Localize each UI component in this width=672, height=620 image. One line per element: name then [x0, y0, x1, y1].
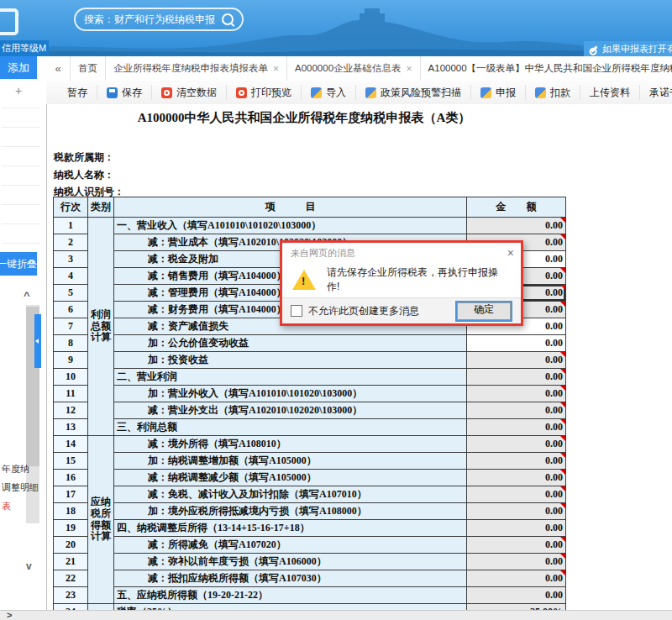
tree-item-fragment[interactable]: 年度纳	[2, 463, 44, 476]
pencil-icon	[365, 87, 376, 98]
table-header-row: 行次 类别 项 目 金 额	[54, 197, 566, 218]
table-row: 21减：弥补以前年度亏损（填写A106000）0.00	[54, 554, 566, 570]
report-help-link[interactable]: 如果申报表打开有	[584, 41, 672, 57]
tree-item-fragment[interactable]: 表	[2, 500, 44, 512]
toolbar-button-label: 申报	[496, 86, 516, 100]
tab-label: 首页	[78, 62, 97, 75]
amount-cell[interactable]: 0.00	[467, 503, 566, 520]
amount-cell[interactable]: 0.00	[467, 486, 566, 503]
add-button[interactable]: 添加	[0, 56, 37, 79]
row-number-cell: 13	[54, 419, 88, 436]
row-number-cell: 6	[54, 302, 88, 318]
divider	[2, 166, 40, 166]
amount-cell[interactable]: 0.00	[467, 537, 566, 554]
amount-cell[interactable]: 0.00	[467, 402, 566, 419]
panel-splitter-handle[interactable]	[34, 314, 41, 368]
divider	[2, 223, 40, 224]
row-number-cell: 3	[54, 251, 88, 268]
toolbar-button-label: 政策风险预警扫描	[381, 86, 461, 100]
toolbar-button-6[interactable]: 申报	[471, 85, 526, 100]
scroll-right-icon[interactable]: >	[7, 610, 12, 620]
cell-link-marker	[560, 352, 565, 357]
scroll-down-icon[interactable]: v	[26, 560, 32, 572]
amount-cell[interactable]: 0.00	[467, 436, 566, 453]
amount-cell[interactable]: 0.00	[467, 335, 566, 352]
amount-cell[interactable]: 0.00	[467, 369, 566, 386]
close-icon[interactable]: ×	[507, 247, 514, 259]
form-title: A100000中华人民共和国企业所得税年度纳税申报表（A类）	[53, 110, 555, 126]
amount-cell[interactable]: 0.00	[467, 419, 566, 436]
amount-cell[interactable]: 0.00	[467, 218, 566, 234]
amount-cell[interactable]: 0.00	[467, 386, 566, 402]
collapse-all-button[interactable]: 一键折叠	[0, 252, 37, 276]
cell-link-marker	[560, 419, 565, 424]
toolbar-button-label: 上传资料	[590, 86, 630, 100]
amount-cell[interactable]: 0.00	[467, 470, 566, 486]
cell-link-marker	[560, 503, 565, 508]
col-header-category: 类别	[88, 197, 114, 218]
toolbar-button-label: 暂存	[67, 86, 87, 100]
table-row: 11加：营业外收入（填写A101010\101020\103000）0.00	[54, 386, 566, 402]
toolbar-button-9[interactable]: 承诺书打印	[640, 85, 672, 100]
tab-label: A100000【一级表单】中华人民共和国企业所得税年度纳税申报表（A类）	[428, 62, 672, 75]
cell-link-marker	[560, 486, 565, 491]
ok-button[interactable]: 确定	[455, 301, 512, 322]
toolbar-button-label: 清空数据	[176, 86, 217, 100]
search-icon[interactable]	[222, 13, 234, 25]
row-number-cell: 10	[54, 369, 88, 386]
cell-link-marker	[560, 386, 565, 391]
tab-2[interactable]: A000000企业基础信息表×	[287, 56, 421, 81]
table-row: 23五、应纳税所得额（19-20-21-22）0.00	[54, 587, 566, 604]
search-box[interactable]: 搜索：财产和行为税纳税申报	[74, 8, 244, 31]
amount-cell[interactable]: 0.00	[467, 352, 566, 369]
form-content: A100000中华人民共和国企业所得税年度纳税申报表（A类） 税款所属期： 纳税…	[47, 104, 672, 610]
warning-icon	[292, 270, 316, 290]
divider	[2, 243, 40, 244]
taxpayer-name-label: 纳税人名称：	[54, 168, 114, 182]
toolbar-button-4[interactable]: 导入	[302, 85, 356, 100]
tab-close-icon[interactable]: ×	[407, 63, 412, 75]
amount-cell[interactable]: 0.00	[467, 453, 566, 470]
table-row: 17减：免税、减计收入及加计扣除（填写A107010）0.00	[54, 486, 566, 503]
cell-link-marker	[560, 554, 565, 559]
item-cell: 加：境外应税所得抵减境内亏损（填写A108000）	[114, 503, 467, 520]
tab-scroll-left-button[interactable]: «	[46, 56, 71, 81]
toolbar-button-3[interactable]: 打印预览	[227, 85, 302, 100]
table-row: 13三、利润总额0.00	[54, 419, 566, 436]
form-toolbar: 暂存保存清空数据打印预览导入政策风险预警扫描申报扣款上传资料承诺书打印填表注意事…	[46, 81, 672, 105]
toolbar-button-2[interactable]: 清空数据	[152, 85, 227, 100]
suppress-messages-checkbox[interactable]	[291, 305, 302, 317]
row-number-cell: 22	[54, 570, 88, 587]
scroll-up-icon[interactable]: ^	[24, 289, 30, 302]
cell-link-marker	[560, 470, 565, 475]
toolbar-button-5[interactable]: 政策风险预警扫描	[356, 85, 471, 100]
webpage-message-dialog: 来自网页的消息 × 请先保存企业所得税表，再执行申报操作! 不允许此页创建更多消…	[280, 240, 523, 326]
tab-3[interactable]: A100000【一级表单】中华人民共和国企业所得税年度纳税申报表（A类）×	[421, 56, 672, 81]
toolbar-button-1[interactable]: 保存	[97, 85, 152, 100]
cell-link-marker	[560, 453, 565, 458]
wrench-icon	[591, 45, 597, 52]
amount-cell[interactable]: 0.00	[467, 570, 566, 587]
tree-item-fragment[interactable]: 调整明细	[2, 481, 44, 494]
tab-close-icon[interactable]: ×	[273, 63, 279, 75]
row-number-cell: 8	[54, 335, 88, 352]
toolbar-button-label: 承诺书打印	[649, 86, 672, 100]
toolbar-button-0[interactable]: 暂存	[58, 85, 97, 100]
tab-0[interactable]: 首页	[71, 56, 106, 81]
item-cell: 一、营业收入（填写A101010\101020\103000）	[114, 218, 467, 234]
item-cell: 减：弥补以前年度亏损（填写A106000）	[114, 554, 467, 570]
item-cell: 加：公允价值变动收益	[114, 335, 467, 352]
tree-expand-icon[interactable]: +	[15, 84, 22, 97]
table-row: 16减：纳税调整减少额（填写A105000）0.00	[54, 470, 566, 486]
cell-link-marker	[560, 436, 565, 441]
horizontal-scrollbar[interactable]: >	[0, 610, 672, 620]
toolbar-button-8[interactable]: 上传资料	[580, 85, 640, 100]
tab-label: 企业所得税年度纳税申报表填报表单	[113, 62, 268, 75]
tab-1[interactable]: 企业所得税年度纳税申报表填报表单×	[106, 56, 287, 81]
item-cell: 五、应纳税所得额（19-20-21-22）	[114, 587, 467, 604]
table-row: 18加：境外应税所得抵减境内亏损（填写A108000）0.00	[54, 503, 566, 520]
amount-cell[interactable]: 0.00	[467, 587, 566, 604]
toolbar-button-7[interactable]: 扣款	[526, 85, 580, 100]
amount-cell[interactable]: 0.00	[467, 554, 566, 570]
amount-cell[interactable]: 0.00	[467, 520, 566, 537]
